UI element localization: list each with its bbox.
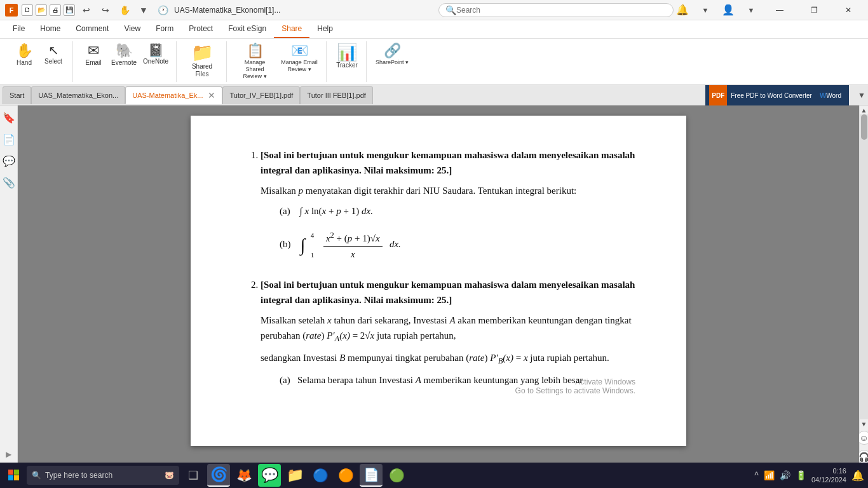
problem-2-text2: sedangkan Investasi B mempunyai tingkat … [261,350,635,367]
search-input[interactable] [456,6,667,15]
bookmark-icon[interactable]: 🔖 [2,111,16,125]
shared-files-btn[interactable]: 📁 Shared Files [183,41,221,81]
comment-icon[interactable]: 💬 [2,154,16,168]
taskbar-whatsapp[interactable]: 💬 [258,464,281,487]
scrollbar-right: ▲ ▼ ☺ 🎧 [859,105,868,466]
tab-file[interactable]: File [5,20,32,38]
ribbon-group-tracker: 📊 Tracker [328,41,367,82]
undo-btn[interactable]: ↩ [79,3,94,18]
tab-home[interactable]: Home [32,20,68,38]
onenote-icon: 📓 [148,44,164,57]
title-left: F 🗋 📂 🖨 💾 ↩ ↪ ✋ ▼ 🕐 UAS-Matematika_Ekono… [5,3,438,18]
tab-nav-arrow[interactable]: ▼ [855,86,868,104]
network-icon[interactable]: 📶 [764,470,775,480]
tab-tutor-iii[interactable]: Tutor III FEB[1].pdf [300,86,373,104]
notification-taskbar-icon[interactable]: 🔔 [851,470,864,482]
email-btn[interactable]: ✉ Email [79,41,107,69]
taskbar-search[interactable]: 🔍 Type here to search 🐷 [27,466,179,485]
taskbar-firefox[interactable]: 🦊 [233,464,255,487]
evernote-icon: 🐘 [116,44,133,58]
maximize-btn[interactable]: ❐ [799,0,829,20]
search-bar[interactable]: 🔍 [438,3,674,17]
tab-close-btn[interactable]: ✕ [208,90,215,100]
hand-icon: ✋ [16,44,33,58]
problem-2: [Soal ini bertujuan untuk mengukur kemam… [261,277,635,388]
problem-2-text1: Misalkan setelah x tahun dari sekarang, … [261,313,635,345]
save-btn[interactable]: 💾 [64,4,75,16]
dropdown-btn[interactable]: ▼ [696,1,714,19]
battery-icon[interactable]: 🔋 [796,470,806,480]
free-pdf-banner[interactable]: PDF Free PDF to Word Converter W Word [705,85,849,105]
attachment-icon[interactable]: 📎 [2,175,16,189]
show-hidden-icons[interactable]: ^ [754,470,759,480]
sharepoint-btn[interactable]: 🔗 SharePoint ▾ [373,41,411,69]
free-pdf-text: Free PDF to Word Converter [727,92,816,99]
history-btn[interactable]: 🕐 [155,3,170,18]
tab-share[interactable]: Share [274,20,309,38]
problem-1a: (a) ∫ x ln(x + p + 1) dx. [280,203,635,219]
app-icon: F [5,4,18,17]
svg-rect-0 [8,470,13,475]
scroll-thumb[interactable] [861,114,867,140]
tab-uas-matematika-ekon[interactable]: UAS_Matematika_Ekon... [31,86,125,104]
left-sidebar: 🔖 📄 💬 📎 ▶ [0,105,18,466]
scroll-up-btn[interactable]: ▲ [860,105,869,114]
taskbar-app8[interactable]: 🟢 [385,464,408,487]
problem-2-intro: [Soal ini bertujuan untuk mengukur kemam… [261,277,635,308]
start-button[interactable] [4,465,24,485]
pages-icon[interactable]: 📄 [2,132,16,146]
redo-btn[interactable]: ↪ [98,3,113,18]
tracker-btn[interactable]: 📊 Tracker [333,41,361,72]
pdf-content: [Soal ini bertujuan untuk mengukur kemam… [241,147,635,388]
tab-foxit-esign[interactable]: Foxit eSign [220,20,274,38]
ribbon: File Home Comment View Form Protect Foxi… [0,20,868,85]
nav-dropdown-btn[interactable]: ▼ [136,3,151,18]
tab-form[interactable]: Form [148,20,181,38]
pdf-area: [Soal ini bertujuan untuk mengukur kemam… [18,105,859,466]
tab-tutor-iv[interactable]: Tutor_IV_FEB[1].pdf [222,86,300,104]
select-icon: ↖ [48,44,59,57]
taskbar-chrome[interactable]: 🔵 [309,464,332,487]
onenote-btn[interactable]: 📓 OneNote [140,41,171,68]
hand-tool-btn[interactable]: ✋ [117,3,132,18]
account-btn[interactable]: 👤 [719,1,737,19]
account-dropdown-btn[interactable]: ▼ [742,1,760,19]
open-btn[interactable]: 📂 [36,4,47,16]
taskbar-pig-icon: 🐷 [165,471,174,480]
tab-uas-matematika-ek[interactable]: UAS-Matematika_Ek... ✕ [125,86,222,104]
sidebar-toggle[interactable]: ▶ [2,447,16,461]
taskbar-search-icon: 🔍 [32,471,41,480]
tab-comment[interactable]: Comment [68,20,116,38]
print-btn[interactable]: 🖨 [50,4,61,16]
tab-start[interactable]: Start [3,86,31,104]
hand-btn[interactable]: ✋ Hand [10,41,38,69]
taskbar-edge[interactable]: 🌀 [207,464,230,487]
notification-btn[interactable]: 🔔 [674,1,691,19]
main-area: 🔖 📄 💬 📎 ▶ [Soal ini bertujuan untuk meng… [0,105,868,466]
taskbar-foxit[interactable]: 📄 [360,464,383,487]
select-btn[interactable]: ↖ Select [39,41,67,68]
scroll-track[interactable] [860,114,868,419]
ribbon-content: ✋ Hand ↖ Select ✉ Email 🐘 Evernote 📓 One… [0,39,868,85]
taskbar-chrome2[interactable]: 🟠 [334,464,357,487]
tab-view[interactable]: View [116,20,148,38]
manage-email-review-btn[interactable]: 📧 Manage Email Review ▾ [278,41,321,76]
manage-shared-review-btn[interactable]: 📋 Manage Shared Review ▾ [233,41,276,82]
taskbar-task-view[interactable]: ❑ [182,464,205,487]
minimize-btn[interactable]: — [765,0,794,20]
tab-help[interactable]: Help [309,20,341,38]
tab-protect[interactable]: Protect [181,20,220,38]
scroll-down-btn[interactable]: ▼ [860,419,869,428]
select-label: Select [44,58,62,65]
manage-email-review-icon: 📧 [291,44,308,58]
ribbon-group-navigation: ✋ Hand ↖ Select [5,41,73,82]
close-btn[interactable]: ✕ [834,0,863,20]
taskbar-clock[interactable]: 0:16 04/12/2024 [811,466,846,485]
evernote-btn[interactable]: 🐘 Evernote [109,41,139,69]
volume-icon[interactable]: 🔊 [780,470,790,480]
ribbon-group-shared: 📁 Shared Files [178,41,227,82]
new-window-btn[interactable]: 🗋 [22,4,33,16]
taskbar-files[interactable]: 📁 [283,464,306,487]
doc-tabs: Start UAS_Matematika_Ekon... UAS-Matemat… [0,85,868,105]
titlebar-right: 🔔 ▼ 👤 ▼ — ❐ ✕ [674,0,863,20]
